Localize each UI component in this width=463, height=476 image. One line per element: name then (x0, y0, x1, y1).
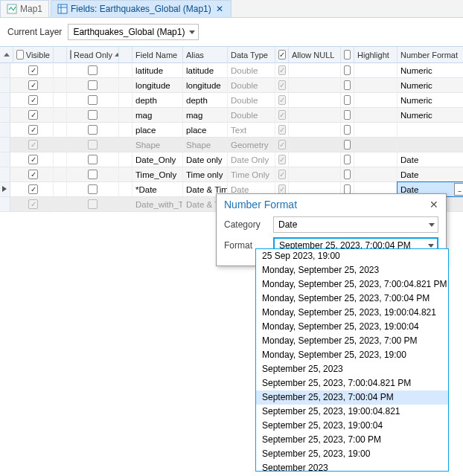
highlight-cell[interactable] (341, 108, 354, 122)
allow-null-cell[interactable] (275, 63, 289, 77)
number-format-cell[interactable]: Date (397, 167, 463, 181)
visible-cell[interactable] (13, 138, 54, 152)
data-type-cell[interactable]: Geometry (228, 138, 275, 152)
visible-cell[interactable] (13, 123, 54, 137)
visible-cell[interactable] (13, 167, 54, 181)
format-option[interactable]: Monday, September 25, 2023, 7:00:04 PM (256, 292, 448, 306)
table-row[interactable]: Time_OnlyTime onlyTime OnlyDate (0, 167, 463, 182)
table-row[interactable]: depthdepthDoubleNumeric (0, 93, 463, 108)
tab-fields[interactable]: Fields: Earthquakes_Global (Map1) ✕ (51, 0, 232, 17)
allow-null-cell[interactable] (275, 78, 289, 92)
format-option[interactable]: September 25, 2023 (256, 362, 448, 376)
header-number-format[interactable]: Number Format (397, 47, 463, 62)
format-option[interactable]: Monday, September 25, 2023, 19:00:04 (256, 320, 448, 334)
alias-cell[interactable]: Time only (183, 167, 228, 181)
number-format-cell[interactable]: Numeric (397, 63, 463, 77)
visible-cell[interactable] (13, 78, 54, 92)
field-name-cell[interactable]: mag (132, 108, 183, 122)
table-row[interactable]: ShapeShapeGeometry (0, 138, 463, 152)
read-only-cell[interactable] (67, 63, 119, 77)
number-format-cell[interactable]: Numeric (397, 108, 463, 122)
header-read-only[interactable]: Read Only (67, 47, 119, 62)
alias-cell[interactable]: mag (183, 108, 228, 122)
row-handle[interactable] (0, 138, 10, 152)
header-visible[interactable]: Visible (13, 47, 54, 62)
dialog-close-button[interactable]: ✕ (428, 199, 440, 210)
field-name-cell[interactable]: longitude (132, 78, 183, 92)
data-type-cell[interactable]: Date Only (228, 152, 275, 167)
row-handle[interactable] (0, 167, 10, 181)
highlight-cell[interactable] (341, 63, 354, 77)
field-name-cell[interactable]: Time_Only (132, 167, 183, 181)
data-type-cell[interactable]: Double (228, 63, 275, 77)
allow-null-cell[interactable] (275, 108, 289, 122)
data-type-cell[interactable]: Text (228, 123, 275, 137)
format-option[interactable]: September 25, 2023, 7:00:04 PM (256, 390, 448, 405)
read-only-cell[interactable] (67, 197, 119, 211)
row-handle[interactable] (0, 63, 10, 77)
visible-cell[interactable] (13, 197, 54, 211)
data-type-cell[interactable]: Time Only (228, 167, 275, 181)
table-row[interactable]: magmagDoubleNumeric (0, 108, 463, 123)
field-name-cell[interactable]: latitude (132, 63, 183, 77)
highlight-cell[interactable] (341, 78, 354, 92)
allow-null-cell[interactable] (275, 93, 289, 107)
field-name-cell[interactable]: place (132, 123, 183, 137)
highlight-cell[interactable] (341, 167, 354, 181)
row-handle[interactable] (0, 108, 10, 122)
row-handle[interactable] (0, 123, 10, 137)
header-allow-null-label[interactable]: Allow NULL (289, 47, 341, 62)
field-name-cell[interactable]: Shape (132, 138, 183, 152)
table-row[interactable]: latitudelatitudeDoubleNumeric (0, 63, 463, 78)
allow-null-cell[interactable] (275, 138, 289, 152)
format-option[interactable]: September 25, 2023, 19:00:04.821 (256, 405, 448, 419)
format-option[interactable]: September 25, 2023, 19:00 (256, 447, 448, 461)
table-row[interactable]: placeplaceText (0, 123, 463, 138)
alias-cell[interactable]: longitude (183, 78, 228, 92)
row-handle[interactable] (0, 78, 10, 92)
format-option[interactable]: Monday, September 25, 2023, 7:00:04.821 … (256, 277, 448, 292)
read-only-cell[interactable] (67, 138, 119, 152)
number-format-cell[interactable] (397, 123, 463, 137)
field-name-cell[interactable]: depth (132, 93, 183, 107)
read-only-cell[interactable] (67, 167, 119, 181)
row-selector-header[interactable] (0, 47, 13, 62)
highlight-cell[interactable] (341, 123, 354, 137)
header-field-name[interactable]: Field Name (132, 47, 183, 62)
format-option[interactable]: September 25, 2023, 7:00:04.821 PM (256, 376, 448, 390)
allow-null-cell[interactable] (275, 152, 289, 167)
format-option[interactable]: September 25, 2023, 19:00:04 (256, 419, 448, 433)
highlight-cell[interactable] (341, 152, 354, 167)
visible-cell[interactable] (13, 182, 54, 196)
header-allow-null[interactable] (275, 47, 289, 62)
visible-cell[interactable] (13, 108, 54, 122)
format-option[interactable]: Monday, September 25, 2023, 19:00 (256, 348, 448, 362)
format-option[interactable]: Monday, September 25, 2023 (256, 263, 448, 277)
row-handle[interactable] (0, 197, 10, 211)
table-row[interactable]: longitudelongitudeDoubleNumeric (0, 78, 463, 93)
read-only-cell[interactable] (67, 152, 119, 167)
visible-cell[interactable] (13, 63, 54, 77)
highlight-cell[interactable] (341, 93, 354, 107)
visible-cell[interactable] (13, 93, 54, 107)
field-name-cell[interactable]: *Date (132, 182, 183, 196)
field-name-cell[interactable]: Date_with_TZ (132, 197, 183, 211)
tab-close-button[interactable]: ✕ (214, 4, 225, 14)
format-option[interactable]: Monday, September 25, 2023, 7:00 PM (256, 334, 448, 348)
data-type-cell[interactable]: Double (228, 108, 275, 122)
current-layer-dropdown[interactable]: Earthquakes_Global (Map1) (68, 24, 199, 40)
number-format-cell[interactable]: Numeric (397, 78, 463, 92)
tab-map[interactable]: Map1 (0, 0, 49, 17)
number-format-cell[interactable]: Numeric (397, 93, 463, 107)
number-format-cell[interactable]: Date (397, 152, 463, 167)
read-only-cell[interactable] (67, 108, 119, 122)
number-format-cell[interactable] (397, 138, 463, 152)
header-highlight[interactable] (341, 47, 354, 62)
format-option[interactable]: September 25, 2023, 7:00 PM (256, 433, 448, 447)
alias-cell[interactable]: latitude (183, 63, 228, 77)
table-row[interactable]: Date_OnlyDate onlyDate OnlyDate (0, 152, 463, 167)
alias-cell[interactable]: Date only (183, 152, 228, 167)
format-option[interactable]: September 2023 (256, 461, 448, 472)
allow-null-cell[interactable] (275, 167, 289, 181)
read-only-cell[interactable] (67, 182, 119, 196)
